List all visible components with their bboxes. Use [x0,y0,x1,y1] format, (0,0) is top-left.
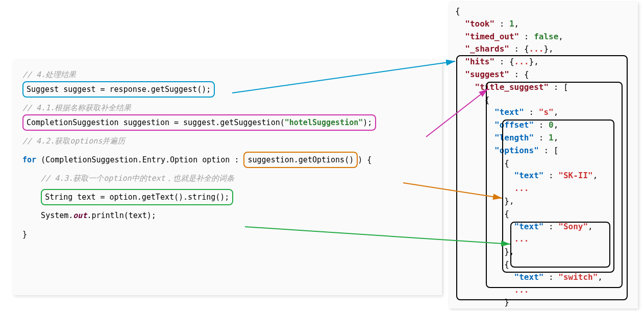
hl-getSuggestion: CompletionSuggestion suggestion = sugges… [22,114,376,131]
line-close: } [22,227,433,242]
hl-getOptions: suggestion.getOptions() [243,152,358,169]
java-code-panel: // 4.处理结果 Suggest suggest = response.get… [13,60,442,295]
line-getText: String text = option.getText().string(); [22,190,433,205]
line-for: for (CompletionSuggestion.Entry.Option o… [22,153,433,168]
hl-getSuggest: Suggest suggest = response.getSuggest(); [22,81,215,98]
line-getSuggest: Suggest suggest = response.getSuggest(); [22,82,433,97]
comment-43: // 4.3.获取一个option中的text，也就是补全的词条 [22,171,433,186]
line-println: System.out.println(text); [22,208,433,223]
hl-getText: String text = option.getText().string(); [41,189,233,206]
comment-41: // 4.1.根据名称获取补全结果 [22,101,433,115]
comment-4: // 4.处理结果 [22,67,433,82]
json-response-panel: { "took" : 1, "timed_out" : false, "_sha… [449,2,638,308]
line-getSuggestion: CompletionSuggestion suggestion = sugges… [22,115,433,130]
comment-42: // 4.2.获取options并遍历 [22,134,433,149]
